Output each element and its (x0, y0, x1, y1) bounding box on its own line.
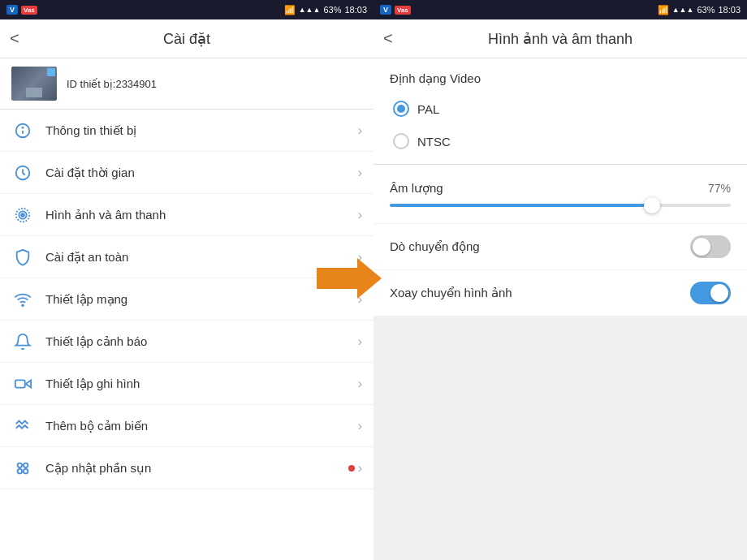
wifi-icon (11, 288, 34, 311)
menu-label-mang: Thiết lập mạng (45, 292, 358, 307)
ntsc-radio-row[interactable]: NTSC (374, 125, 747, 157)
menu-label-thong-tin: Thông tin thiết bị (45, 123, 358, 138)
thumbnail-small-icon (47, 68, 55, 76)
slider-fill (390, 204, 652, 207)
clock-icon (11, 162, 34, 184)
vas-icon: Vas (21, 6, 37, 15)
svg-point-12 (18, 468, 22, 473)
menu-item-cam-bien[interactable]: Thêm bộ cảm biến › (0, 405, 374, 447)
device-info-row: ID thiết bị:2334901 (0, 58, 374, 110)
motion-toggle-knob (693, 238, 710, 256)
menu-item-canh-bao[interactable]: Thiết lập cảnh báo › (0, 321, 374, 363)
menu-list: Thông tin thiết bị › Cài đặt thời gian › (0, 110, 374, 560)
right-content: Định dạng Video PAL NTSC Âm lượng 77% (374, 58, 747, 316)
motion-toggle[interactable] (690, 235, 731, 258)
svg-point-10 (18, 463, 22, 467)
chevron-icon-2: › (358, 166, 362, 180)
rotate-toggle-knob (710, 284, 728, 302)
chevron-icon-4: › (358, 250, 362, 265)
status-bar-right-icons: 📶 ▲▲▲ 63% 18:03 (284, 5, 367, 15)
menu-item-hinh-anh[interactable]: Hình ảnh và âm thanh › (0, 194, 374, 236)
svg-point-6 (21, 213, 24, 217)
right-app-header: < Hình ảnh và âm thanh (374, 19, 747, 58)
slider-thumb[interactable] (644, 197, 660, 213)
menu-label-hinh-anh: Hình ảnh và âm thanh (45, 208, 358, 222)
chevron-icon-5: › (358, 292, 362, 307)
menu-label-ghi-hinh: Thiết lập ghi hình (45, 377, 358, 391)
pal-radio-row[interactable]: PAL (374, 93, 747, 125)
shield-icon (11, 246, 34, 269)
left-panel: V Vas 📶 ▲▲▲ 63% 18:03 < Cài đặt ID thiết… (0, 0, 374, 560)
menu-right-mang: › (358, 292, 362, 307)
chevron-icon-9: › (358, 461, 362, 476)
status-bar-right-left-icons: V Vas (380, 5, 411, 15)
update-icon (11, 457, 34, 480)
menu-item-thoi-gian[interactable]: Cài đặt thời gian › (0, 152, 374, 194)
menu-item-an-toan[interactable]: Cài đặt an toàn › (0, 236, 374, 278)
ntsc-radio-button[interactable] (393, 133, 409, 149)
volume-slider-container (374, 196, 747, 223)
menu-label-phan-sun: Cập nhật phần sụn (45, 461, 348, 476)
right-panel: V Vas 📶 ▲▲▲ 63% 18:03 < Hình ảnh và âm t… (374, 0, 747, 560)
bottom-gray-area (374, 316, 747, 560)
volume-value: 77% (708, 182, 731, 195)
chevron-icon: › (358, 123, 362, 138)
menu-item-phan-sun[interactable]: Cập nhật phần sụn › (0, 447, 374, 489)
svg-point-11 (24, 463, 28, 467)
motion-label: Dò chuyển động (390, 239, 480, 254)
volume-label: Âm lượng (390, 181, 443, 196)
right-header-title: Hình ảnh và âm thanh (488, 30, 633, 48)
chevron-icon-7: › (358, 377, 362, 391)
left-back-button[interactable]: < (10, 29, 19, 48)
thumbnail-desk (26, 88, 42, 97)
menu-right-ghi-hinh: › (358, 377, 362, 391)
time-left: 18:03 (344, 5, 367, 15)
battery-status-icon: 63% (323, 5, 341, 15)
pal-radio-button[interactable] (393, 101, 409, 117)
menu-right-cam-bien: › (358, 419, 362, 433)
svg-point-13 (24, 468, 28, 473)
motion-detection-row[interactable]: Dò chuyển động (374, 223, 747, 269)
signal-status-icon: ▲▲▲ (299, 6, 321, 14)
thumbnail-bg (11, 67, 57, 101)
left-header-title: Cài đặt (163, 30, 210, 48)
info-icon (11, 119, 34, 142)
battery-right-icon: 63% (697, 5, 715, 15)
vas-right-icon: Vas (395, 6, 411, 15)
rotate-image-row[interactable]: Xoay chuyển hình ảnh (374, 269, 747, 316)
menu-item-mang[interactable]: Thiết lập mạng › (0, 278, 374, 321)
bell-icon (11, 330, 34, 353)
menu-right-an-toan: › (358, 250, 362, 265)
menu-right-thong-tin: › (358, 123, 362, 138)
time-right: 18:03 (718, 5, 741, 15)
red-dot-indicator (348, 465, 355, 472)
chevron-icon-6: › (358, 334, 362, 349)
rotate-toggle[interactable] (690, 282, 731, 304)
app-logo-right-icon: V (380, 5, 391, 15)
device-thumbnail (11, 67, 57, 101)
chevron-icon-8: › (358, 419, 362, 433)
status-bar-left: V Vas 📶 ▲▲▲ 63% 18:03 (0, 0, 374, 19)
camera-icon (11, 204, 34, 226)
divider-1 (374, 164, 747, 165)
chevron-icon-3: › (358, 208, 362, 222)
wifi-right-icon: 📶 (658, 5, 669, 15)
svg-marker-9 (26, 380, 31, 387)
menu-label-an-toan: Cài đặt an toàn (45, 250, 358, 265)
wifi-status-icon: 📶 (284, 5, 296, 15)
signal-right-icon: ▲▲▲ (672, 6, 694, 14)
slider-track[interactable] (390, 204, 731, 207)
ntsc-label: NTSC (417, 135, 451, 149)
status-bar-right: V Vas 📶 ▲▲▲ 63% 18:03 (374, 0, 747, 19)
rotate-label: Xoay chuyển hình ảnh (390, 286, 512, 300)
menu-item-thong-tin[interactable]: Thông tin thiết bị › (0, 110, 374, 152)
menu-label-cam-bien: Thêm bộ cảm biến (45, 419, 358, 433)
menu-item-ghi-hinh[interactable]: Thiết lập ghi hình › (0, 363, 374, 405)
menu-label-thoi-gian: Cài đặt thời gian (45, 166, 358, 180)
right-back-button[interactable]: < (383, 29, 393, 48)
status-bar-right-right-icons: 📶 ▲▲▲ 63% 18:03 (658, 5, 741, 15)
svg-rect-8 (15, 380, 25, 387)
device-id-label: ID thiết bị:2334901 (67, 78, 157, 90)
menu-right-canh-bao: › (358, 334, 362, 349)
video-format-label: Định dạng Video (374, 58, 747, 93)
